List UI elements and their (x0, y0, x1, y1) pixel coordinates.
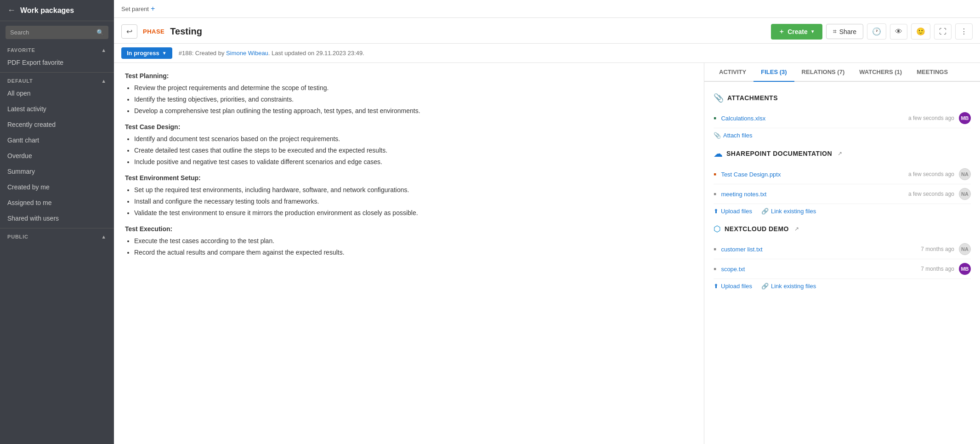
watch-button[interactable]: 👁 (890, 24, 907, 40)
section-heading-0: Test Planning: (125, 72, 693, 80)
sidebar-header: ← Work packages (0, 0, 114, 21)
search-icon: 🔍 (96, 29, 104, 36)
file-time-customer-list: 7 months ago (921, 246, 954, 252)
set-parent-button[interactable]: Set parent + (121, 5, 155, 13)
section-heading-2: Test Environment Setup: (125, 174, 693, 182)
sidebar-item-all-open[interactable]: All open (0, 85, 114, 101)
tabs-bar: ACTIVITY FILES (3) RELATIONS (7) WATCHER… (704, 63, 980, 82)
sidebar-item-assigned-to-me[interactable]: Assigned to me (0, 195, 114, 211)
more-button[interactable]: ⋮ (955, 23, 973, 40)
external-link-icon[interactable]: ↗ (838, 150, 842, 157)
chevron-up-icon: ▲ (101, 78, 107, 84)
sidebar-section-header-favorite[interactable]: FAVORITE ▲ (0, 44, 114, 55)
link-icon: 🔗 (761, 208, 769, 215)
wp-back-button[interactable]: ↩ (121, 24, 137, 39)
content-split: Test Planning: Review the project requir… (114, 63, 980, 444)
sidebar-item-shared-with-users[interactable]: Shared with users (0, 211, 114, 226)
link-icon-nc: 🔗 (761, 283, 769, 290)
attachments-title: ATTACHMENTS (727, 94, 778, 102)
sidebar-item-recently-created[interactable]: Recently created (0, 117, 114, 132)
sidebar-section-header-default[interactable]: DEFAULT ▲ (0, 74, 114, 85)
list-item: Record the actual results and compare th… (134, 248, 693, 257)
avatar-na-nc: NA (959, 243, 971, 255)
emoji-button[interactable]: 🙂 (911, 23, 930, 40)
sidebar-title: Work packages (20, 6, 74, 15)
description-panel: Test Planning: Review the project requir… (114, 63, 704, 444)
tab-watchers[interactable]: WATCHERS (1) (852, 63, 909, 82)
file-link-customer-list[interactable]: customer list.txt (721, 246, 916, 253)
section-heading-1: Test Case Design: (125, 123, 693, 131)
file-link-scope[interactable]: scope.txt (721, 266, 916, 273)
avatar-na: NA (959, 168, 971, 180)
section-list-2: Set up the required test environments, i… (134, 185, 693, 218)
list-item: Create detailed test cases that outline … (134, 146, 693, 155)
upload-files-link-sp[interactable]: ⬆ Upload files (714, 208, 752, 215)
external-link-icon-nc[interactable]: ↗ (794, 226, 799, 232)
sidebar-section-header-public[interactable]: PUBLIC ▲ (0, 230, 114, 241)
list-item: Identify the testing objectives, priorit… (134, 95, 693, 104)
nextcloud-section-header: ⬡ NEXTCLOUD DEMO ↗ (714, 224, 971, 234)
wp-type-badge: PHASE (143, 28, 164, 35)
sidebar-item-created-by-me[interactable]: Created by me (0, 179, 114, 195)
txt-file-icon-3: ▪ (714, 264, 716, 274)
status-badge[interactable]: In progress ▼ (121, 47, 172, 59)
sidebar-item-summary[interactable]: Summary (0, 164, 114, 179)
sidebar-search-container: Search 🔍 (0, 21, 114, 44)
file-link-calculations[interactable]: Calculations.xlsx (721, 115, 904, 122)
list-item: Set up the required test environments, i… (134, 185, 693, 195)
history-button[interactable]: 🕐 (867, 23, 886, 40)
file-row-scope: ▪ scope.txt 7 months ago MB (714, 259, 971, 279)
nextcloud-icon: ⬡ (714, 224, 721, 234)
list-item: Install and configure the necessary test… (134, 197, 693, 206)
create-button[interactable]: ＋ Create ▼ (771, 24, 822, 40)
sidebar-section-favorite: FAVORITE ▲ PDF Export favorite (0, 44, 114, 70)
upload-files-link-nc[interactable]: ⬆ Upload files (714, 283, 752, 290)
txt-file-icon-2: ▪ (714, 245, 716, 254)
tab-files[interactable]: FILES (3) (753, 63, 794, 82)
avatar-na-2: NA (959, 188, 971, 200)
sidebar-back-icon[interactable]: ← (7, 6, 16, 15)
divider (0, 72, 114, 73)
tab-relations[interactable]: RELATIONS (7) (794, 63, 852, 82)
list-item: Validate the test environment to ensure … (134, 208, 693, 218)
plus-icon: ＋ (778, 28, 785, 36)
section-heading-3: Test Execution: (125, 225, 693, 233)
section-list-0: Review the project requirements and dete… (134, 83, 693, 116)
sidebar-item-gantt-chart[interactable]: Gantt chart (0, 132, 114, 148)
link-files-link-nc[interactable]: 🔗 Link existing files (761, 283, 816, 290)
section-list-3: Execute the test cases according to the … (134, 236, 693, 257)
paperclip-icon: 📎 (714, 93, 724, 103)
history-icon: 🕐 (872, 27, 881, 36)
share-button[interactable]: ⌗ Share (826, 24, 863, 39)
file-link-meeting-notes[interactable]: meeting notes.txt (721, 191, 904, 198)
excel-file-icon: ▪ (714, 114, 716, 123)
sidebar-item-overdue[interactable]: Overdue (0, 148, 114, 164)
expand-button[interactable]: ⛶ (934, 24, 952, 40)
link-files-link-sp[interactable]: 🔗 Link existing files (761, 208, 816, 215)
tab-activity[interactable]: ACTIVITY (712, 63, 753, 82)
tab-meetings[interactable]: MEETINGS (909, 63, 955, 82)
list-item: Review the project requirements and dete… (134, 83, 693, 93)
file-row-calculations: ▪ Calculations.xlsx a few seconds ago MB (714, 108, 971, 128)
search-input[interactable]: Search 🔍 (6, 26, 108, 39)
nextcloud-title: NEXTCLOUD DEMO (725, 225, 789, 233)
avatar-mb-nc: MB (959, 263, 971, 275)
avatar-mb: MB (959, 112, 971, 124)
wp-title: Testing (170, 26, 202, 37)
sidebar-item-pdf-export[interactable]: PDF Export favorite (0, 55, 114, 70)
attach-files-link[interactable]: 📎 Attach files (714, 132, 753, 139)
file-time-pptx: a few seconds ago (908, 171, 954, 177)
list-item: Identify and document test scenarios bas… (134, 134, 693, 144)
sidebar-item-latest-activity[interactable]: Latest activity (0, 101, 114, 117)
list-item: Include positive and negative test cases… (134, 157, 693, 167)
file-row-pptx: ▪ Test Case Design.pptx a few seconds ag… (714, 165, 971, 184)
emoji-icon: 🙂 (916, 27, 925, 36)
file-row-customer-list: ▪ customer list.txt 7 months ago NA (714, 239, 971, 259)
author-link[interactable]: Simone Wibeau (226, 50, 268, 57)
wp-status-bar: In progress ▼ #188: Created by Simone Wi… (114, 44, 980, 63)
main-content: Set parent + ↩ PHASE Testing ＋ Create ▼ … (114, 0, 980, 444)
file-link-pptx[interactable]: Test Case Design.pptx (721, 171, 904, 178)
list-item: Develop a comprehensive test plan outlin… (134, 106, 693, 116)
attachments-section-header: 📎 ATTACHMENTS (714, 93, 971, 103)
wp-meta: #188: Created by Simone Wibeau. Last upd… (179, 50, 364, 57)
